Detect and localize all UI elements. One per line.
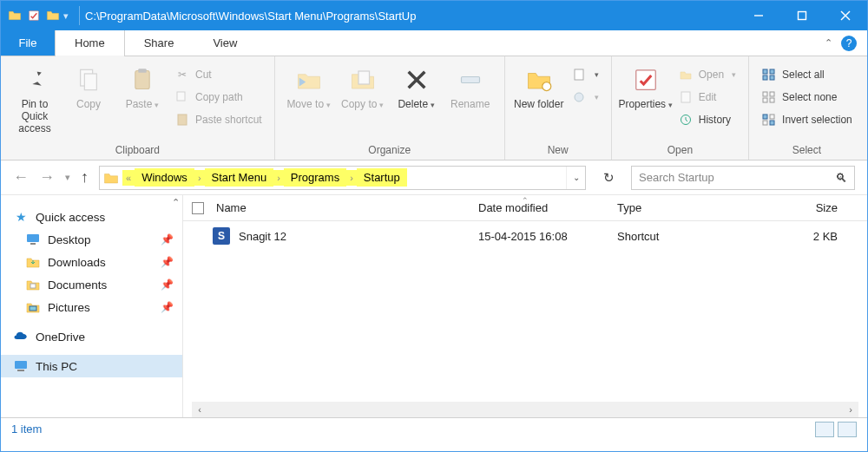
navigation-bar: ← → ▾ ↑ « Windows › Start Menu › Program… [1,160,867,195]
breadcrumb-item[interactable]: Start Menu [205,168,274,187]
properties-button[interactable]: Properties▾ [621,62,671,110]
edit-button[interactable]: Edit [674,88,740,107]
select-all-checkbox[interactable] [192,202,204,214]
address-dropdown-icon[interactable]: ⌄ [566,167,585,189]
search-placeholder: Search Startup [639,171,835,184]
details-view-button[interactable] [815,422,834,437]
file-name: Snagit 12 [239,230,286,243]
column-size[interactable]: Size [739,201,867,214]
collapse-ribbon-icon[interactable]: ⌃ [825,37,832,49]
new-folder-button[interactable]: New folder [514,62,564,110]
ribbon-group-organize: Move to▾ Copy to▾ Delete▾ Rename Organiz… [275,56,505,160]
group-label: Organize [284,142,496,156]
view-tab[interactable]: View [194,30,257,56]
qat-dropdown-icon[interactable]: ▾ [63,10,69,22]
copy-to-button[interactable]: Copy to▾ [338,62,388,110]
copy-path-button[interactable]: Copy path [171,88,266,107]
copy-button[interactable]: Copy [63,62,114,110]
sidebar-documents[interactable]: Documents📌 [1,273,182,296]
svg-rect-16 [575,69,583,80]
pin-icon: 📌 [161,301,174,313]
label: Copy [76,98,101,110]
desktop-icon [25,232,41,247]
file-size: 2 KB [739,230,867,243]
svg-rect-6 [84,74,96,90]
breadcrumb-item[interactable]: Programs [284,168,346,187]
invert-selection-icon [761,112,777,128]
search-input[interactable]: Search Startup 🔍︎ [631,166,855,190]
sidebar-pictures[interactable]: Pictures📌 [1,296,182,318]
rename-button[interactable]: Rename [445,62,496,110]
ribbon-group-open: Properties▾ Open▾ Edit History Open [612,56,749,160]
column-type[interactable]: Type [608,201,739,214]
forward-button[interactable]: → [39,168,55,187]
sidebar-desktop[interactable]: Desktop📌 [1,228,182,251]
new-item-button[interactable]: ▾ [568,65,602,84]
breadcrumb-overflow[interactable]: « [122,170,135,186]
help-icon[interactable]: ? [841,36,857,51]
share-tab[interactable]: Share [125,30,194,56]
close-button[interactable] [824,1,867,30]
svg-rect-31 [763,121,767,125]
up-button[interactable]: ↑ [81,168,89,187]
svg-rect-28 [770,98,774,102]
scroll-left-icon[interactable]: ‹ [192,404,207,415]
label: Paste [126,98,153,110]
documents-icon [25,277,41,292]
paste-button[interactable]: Paste▾ [117,62,168,110]
invert-selection-button[interactable]: Invert selection [758,110,856,129]
svg-rect-27 [763,98,767,102]
address-bar[interactable]: « Windows › Start Menu › Programs › Star… [99,166,586,190]
sidebar-quick-access[interactable]: ★Quick access [1,206,182,228]
chevron-right-icon[interactable]: › [273,170,284,186]
cut-button[interactable]: ✂Cut [171,65,266,84]
svg-rect-21 [763,69,767,74]
properties-qat-icon[interactable] [25,7,43,24]
scroll-right-icon[interactable]: › [843,404,858,415]
breadcrumb-item[interactable]: Startup [357,168,407,187]
sidebar-onedrive[interactable]: OneDrive [1,325,182,348]
pictures-icon [25,299,41,315]
delete-button[interactable]: Delete▾ [391,62,442,110]
move-to-button[interactable]: Move to▾ [284,62,334,110]
home-tab[interactable]: Home [55,30,125,56]
pin-to-quick-access-button[interactable]: Pin to Quick access [10,62,60,134]
svg-rect-9 [177,92,185,101]
sidebar-downloads[interactable]: Downloads📌 [1,251,182,273]
recent-locations-button[interactable]: ▾ [65,172,70,183]
file-tab[interactable]: File [1,30,55,56]
ribbon-tabs: File Home Share View ⌃ ? [1,30,867,56]
easy-access-button[interactable]: ▾ [568,88,602,107]
file-row[interactable]: SSnagit 12 15-04-2015 16:08 Shortcut 2 K… [183,221,867,251]
chevron-right-icon[interactable]: › [346,170,357,186]
copy-to-icon [348,65,378,95]
folder-icon[interactable] [44,7,62,24]
ribbon-group-clipboard: Pin to Quick access Copy Paste▾ ✂Cut Cop… [1,56,275,160]
open-icon [678,67,694,82]
column-name[interactable]: Name [183,201,470,214]
svg-point-15 [542,82,550,91]
svg-rect-38 [17,370,24,371]
column-date[interactable]: Date modified [470,201,608,214]
minimize-button[interactable] [737,1,780,30]
thumbnails-view-button[interactable] [838,422,857,437]
horizontal-scrollbar[interactable]: ‹ › [192,402,858,417]
scroll-up-icon[interactable]: ⌃ [172,197,180,208]
copy-path-icon [174,89,190,105]
ribbon-group-select: Select all Select none Invert selection … [749,56,865,160]
back-button[interactable]: ← [13,168,29,187]
breadcrumb-item[interactable]: Windows [135,168,194,187]
refresh-button[interactable]: ↻ [596,166,621,190]
file-date: 15-04-2015 16:08 [470,230,608,243]
maximize-button[interactable] [780,1,824,30]
select-none-button[interactable]: Select none [758,88,856,107]
paste-shortcut-button[interactable]: Paste shortcut [171,110,266,129]
open-button[interactable]: Open▾ [674,65,740,84]
select-all-button[interactable]: Select all [758,65,856,84]
chevron-right-icon[interactable]: › [194,170,205,186]
pin-icon: 📌 [161,233,174,246]
sidebar-this-pc[interactable]: This PC [1,355,182,377]
history-button[interactable]: History [674,110,740,129]
pin-icon: 📌 [161,256,174,268]
select-none-icon [761,89,777,105]
